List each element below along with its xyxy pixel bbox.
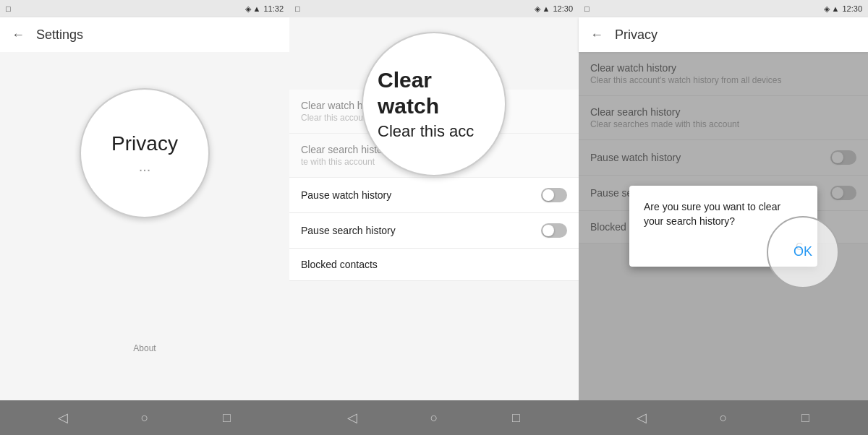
nav-recent-2[interactable]: □ — [503, 405, 529, 431]
battery-icon-2: □ — [295, 4, 300, 13]
nav-back-3[interactable]: ◁ — [629, 405, 655, 431]
app-bar-title-1: Settings — [36, 27, 83, 43]
privacy-zoom-sub: ... — [111, 158, 178, 175]
nav-home-2[interactable]: ○ — [421, 405, 447, 431]
battery-icon-3: □ — [584, 4, 590, 13]
nav-recent-3[interactable]: □ — [792, 405, 818, 431]
pause-search-row-2[interactable]: Pause search history — [289, 213, 579, 249]
nav-bar-2: ◁ ○ □ — [289, 400, 579, 435]
content-area-2: Clear watch Clear this acc Clear watch h… — [289, 17, 579, 400]
phone-panel-1: □ ◈ ▲ 11:32 ← Settings Privacy ... About… — [0, 0, 289, 435]
status-bar-3: □ ◈ ▲ 12:30 — [579, 0, 868, 17]
nav-home-1[interactable]: ○ — [132, 405, 158, 431]
about-label: About — [133, 343, 156, 353]
nav-bar-3: ◁ ○ □ — [579, 400, 868, 435]
status-bar-2: □ ◈ ▲ 12:30 — [289, 0, 579, 17]
blocked-contacts-title-2: Blocked contacts — [301, 259, 567, 270]
pause-watch-label-2: Pause watch history — [301, 189, 391, 201]
blocked-contacts-item-2[interactable]: Blocked contacts — [289, 249, 579, 281]
nav-bar-1: ◁ ○ □ — [0, 400, 289, 435]
clear-watch-circle-zoom: Clear watch Clear this acc — [362, 32, 506, 176]
pause-search-toggle-2[interactable] — [541, 223, 567, 238]
zoom-clear-sub: Clear this acc — [378, 122, 474, 141]
nav-back-1[interactable]: ◁ — [50, 405, 76, 431]
signal-icons-3: ◈ ▲ — [824, 4, 840, 14]
back-button-3[interactable]: ← — [590, 27, 603, 43]
pause-search-label-2: Pause search history — [301, 225, 396, 236]
ok-circle: OK — [767, 216, 839, 288]
pause-watch-toggle-2[interactable] — [541, 188, 567, 202]
time-1: 11:32 — [263, 4, 284, 13]
privacy-zoom-text: Privacy — [111, 132, 178, 155]
status-bar-right-1: ◈ ▲ 11:32 — [245, 4, 284, 14]
status-bar-right-3: ◈ ▲ 12:30 — [824, 4, 862, 14]
signal-icons-1: ◈ ▲ — [245, 4, 261, 14]
back-button-1[interactable]: ← — [12, 27, 25, 43]
privacy-circle-zoom: Privacy ... — [80, 88, 210, 218]
phone-panel-3: □ ◈ ▲ 12:30 ← Privacy Clear watch histor… — [579, 0, 868, 435]
app-bar-1: ← Settings — [0, 17, 289, 52]
time-2: 12:30 — [553, 4, 573, 13]
status-bar-left-2: □ — [295, 4, 300, 13]
phone-panel-2: □ ◈ ▲ 12:30 Clear watch Clear this acc C… — [289, 0, 579, 435]
status-bar-1: □ ◈ ▲ 11:32 — [0, 0, 289, 17]
time-3: 12:30 — [842, 4, 862, 13]
status-bar-right-2: ◈ ▲ 12:30 — [535, 4, 573, 14]
app-bar-3: ← Privacy — [579, 17, 868, 52]
nav-home-3[interactable]: ○ — [710, 405, 736, 431]
dialog-ok-button[interactable]: OK — [793, 244, 812, 259]
content-area-3: Clear watch history Clear this account's… — [579, 52, 868, 400]
app-bar-title-3: Privacy — [615, 27, 658, 43]
zoom-clear-watch: Clear watch — [378, 67, 490, 119]
dialog-overlay: Are you sure you want to clear your sear… — [579, 52, 868, 400]
content-area-1: Privacy ... About — [0, 52, 289, 400]
signal-icons-2: ◈ ▲ — [535, 4, 550, 14]
battery-icon-1: □ — [6, 4, 11, 13]
confirmation-dialog: Are you sure you want to clear your sear… — [629, 186, 817, 266]
status-bar-left-1: □ — [6, 4, 11, 13]
dialog-actions: C OK — [644, 241, 803, 252]
nav-back-2[interactable]: ◁ — [339, 405, 365, 431]
status-bar-left-3: □ — [584, 4, 590, 13]
nav-recent-1[interactable]: □ — [213, 405, 239, 431]
pause-watch-row-2[interactable]: Pause watch history — [289, 178, 579, 213]
